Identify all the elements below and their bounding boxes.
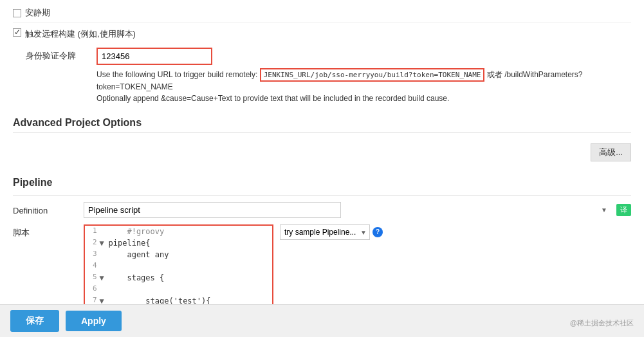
- try-sample-select[interactable]: try sample Pipeline...: [280, 224, 370, 240]
- script-right: try sample Pipeline... ▼ ?: [280, 224, 383, 240]
- code-line-3: 3 agent any: [85, 249, 272, 260]
- definition-select-wrap: Pipeline script Pipeline script from SCM…: [84, 202, 631, 218]
- remote-trigger-label: 触发远程构建 (例如,使用脚本): [25, 28, 136, 40]
- script-label: 脚本: [13, 224, 84, 239]
- token-input[interactable]: [97, 48, 212, 65]
- definition-select-container: Pipeline script Pipeline script from SCM…: [84, 202, 611, 218]
- advanced-row: 高级...: [13, 138, 631, 169]
- advanced-section-header: Advanced Project Options: [13, 108, 631, 133]
- code-line-2: 2 ▼ pipeline{: [85, 237, 272, 249]
- definition-label: Definition: [13, 202, 84, 215]
- try-sample-wrap: try sample Pipeline... ▼ ?: [280, 224, 383, 240]
- save-button[interactable]: 保存: [10, 310, 59, 332]
- apply-button[interactable]: Apply: [66, 311, 122, 331]
- line-arrow-3: [98, 249, 107, 260]
- definition-select-arrow-icon: ▼: [601, 206, 607, 214]
- definition-row: Definition Pipeline script Pipeline scri…: [13, 202, 631, 218]
- line-arrow-5: ▼: [98, 272, 107, 284]
- pipeline-header: Pipeline: [13, 172, 631, 196]
- line-arrow-1: [98, 226, 107, 237]
- url-hint: Use the following URL to trigger build r…: [97, 69, 631, 93]
- line-content-2: pipeline{: [107, 237, 272, 249]
- content-area: 安静期 触发远程构建 (例如,使用脚本) 身份验证令牌 Use the foll…: [0, 0, 644, 337]
- line-arrow-4: [98, 260, 107, 272]
- translate-badge[interactable]: 译: [616, 204, 631, 216]
- watermark-text: @稀土掘金技术社区: [570, 318, 634, 328]
- line-num-4: 4: [85, 260, 98, 272]
- bottom-bar: 保存 Apply @稀土掘金技术社区: [0, 304, 644, 337]
- quiet-period-row: 安静期: [13, 3, 631, 23]
- script-help-icon[interactable]: ?: [373, 227, 383, 237]
- auth-token-label: 身份验证令牌: [26, 48, 97, 62]
- auth-token-section: 身份验证令牌 Use the following URL to trigger …: [26, 42, 631, 108]
- line-num-2: 2: [85, 237, 98, 249]
- advanced-button[interactable]: 高级...: [591, 143, 631, 161]
- main-container: 安静期 触发远程构建 (例如,使用脚本) 身份验证令牌 Use the foll…: [0, 0, 644, 337]
- line-content-3: agent any: [107, 249, 272, 260]
- line-num-3: 3: [85, 249, 98, 260]
- line-arrow-2: ▼: [98, 237, 107, 249]
- line-num-5: 5: [85, 272, 98, 284]
- quiet-period-checkbox[interactable]: [13, 9, 21, 17]
- remote-trigger-checkbox[interactable]: [13, 28, 21, 37]
- quiet-period-label: 安静期: [25, 7, 50, 19]
- url-code: JENKINS_URL/job/sso-merryyou/build?token…: [260, 68, 485, 82]
- line-content-1: #!groovy: [107, 226, 272, 237]
- line-arrow-6: [98, 284, 107, 295]
- try-sample-select-wrap: try sample Pipeline... ▼: [280, 224, 370, 240]
- url-prefix: Use the following URL to trigger build r…: [97, 70, 257, 79]
- auth-token-content: Use the following URL to trigger build r…: [97, 48, 631, 103]
- code-line-1: 1 #!groovy: [85, 226, 272, 237]
- line-num-6: 6: [85, 284, 98, 295]
- line-num-1: 1: [85, 226, 98, 237]
- line-content-6: [107, 284, 272, 295]
- line-content-5: stages {: [107, 272, 272, 284]
- code-line-5: 5 ▼ stages {: [85, 272, 272, 284]
- remote-trigger-row: 触发远程构建 (例如,使用脚本): [13, 23, 631, 42]
- definition-select[interactable]: Pipeline script Pipeline script from SCM: [84, 202, 341, 218]
- code-line-6: 6: [85, 284, 272, 295]
- code-line-4: 4: [85, 260, 272, 272]
- line-content-4: [107, 260, 272, 272]
- optional-hint: Optionally append &cause=Cause+Text to p…: [97, 94, 631, 103]
